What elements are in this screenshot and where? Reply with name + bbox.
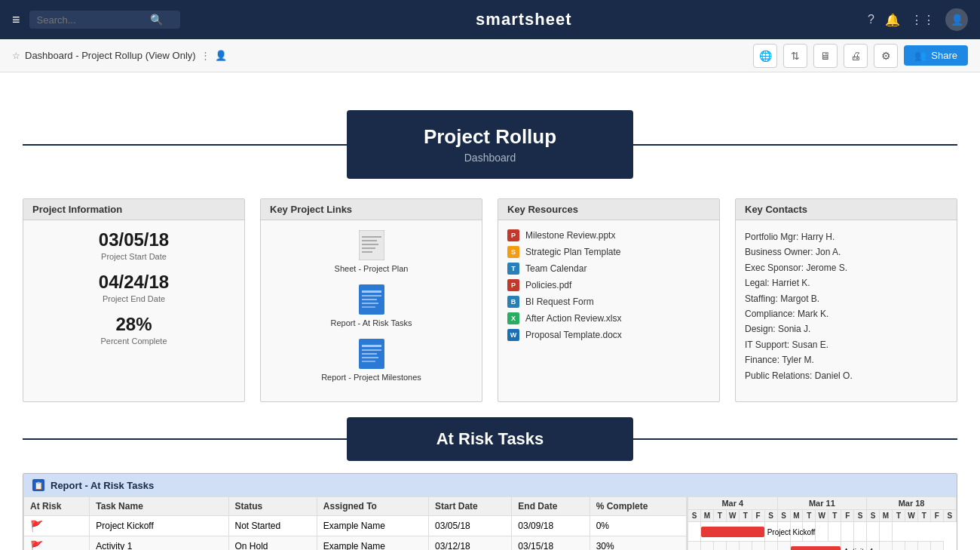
gantt-day-w1: W (726, 510, 739, 522)
hero-banner: Project Rollup Dashboard (347, 110, 633, 179)
gantt-day-t1: T (713, 510, 726, 522)
percent-complete-item: 28% Percent Complete (32, 314, 235, 346)
link-sheet-project-plan[interactable]: Sheet - Project Plan (270, 229, 473, 273)
key-resources-body: P Milestone Review.pptx S Strategic Plan… (498, 220, 719, 355)
gantt-cell (764, 542, 777, 551)
hero-banner-center: Project Rollup Dashboard (347, 103, 633, 186)
assigned-to-cell: Example Name (317, 536, 428, 551)
top-navigation: ≡ 🔍 smartsheet ? 🔔 ⋮⋮ 👤 (0, 0, 980, 39)
gantt-cell (790, 522, 803, 542)
resource-proposal[interactable]: W Proposal Template.docx (507, 329, 710, 341)
app-name-regular: smart (476, 10, 525, 29)
search-bar[interactable]: 🔍 (29, 11, 180, 29)
gantt-cell (930, 542, 943, 551)
gantt-cell (688, 542, 701, 551)
at-risk-banner: At Risk Tasks (347, 417, 633, 461)
gantt-cell (867, 522, 880, 542)
link-label-sheet: Sheet - Project Plan (335, 264, 409, 273)
share-icon: 👥 (914, 50, 926, 61)
gantt-bar-cell-activity1: Activity 1 (790, 542, 841, 551)
project-information-card: Project Information 03/05/18 Project Sta… (23, 198, 245, 402)
app-logo: smartsheet (180, 10, 868, 29)
key-contacts-body: Portfolio Mgr: Harry H. Business Owner: … (736, 220, 957, 392)
resource-after-action[interactable]: X After Action Review.xlsx (507, 312, 710, 324)
apps-grid-icon[interactable]: ⋮⋮ (911, 13, 935, 27)
resource-label-milestone: Milestone Review.pptx (525, 230, 615, 241)
key-contacts-header: Key Contacts (736, 199, 957, 220)
resource-calendar[interactable]: T Team Calendar (507, 263, 710, 275)
gantt-day-sa1: S (764, 510, 777, 522)
notifications-icon[interactable]: 🔔 (885, 13, 900, 27)
risk-flag-icon: 🚩 (30, 520, 43, 532)
settings-button[interactable]: ⚙ (874, 44, 898, 68)
resource-strategic[interactable]: S Strategic Plan Template (507, 246, 710, 258)
key-resources-header: Key Resources (498, 199, 719, 220)
print-button[interactable]: 🖨 (844, 44, 868, 68)
resource-policies[interactable]: P Policies.pdf (507, 279, 710, 291)
gantt-cell (893, 542, 905, 551)
resource-bi[interactable]: B BI Request Form (507, 296, 710, 308)
search-input[interactable] (37, 14, 150, 26)
resource-label-strategic: Strategic Plan Template (525, 247, 621, 257)
svg-rect-9 (362, 299, 377, 300)
end-date-value: 04/24/18 (32, 272, 235, 293)
at-risk-right-line (633, 438, 957, 440)
gantt-row-2: Activity 1 (688, 542, 957, 551)
globe-button[interactable]: 🌐 (753, 44, 777, 68)
status-cell: Not Started (228, 516, 317, 536)
key-links-header: Key Project Links (261, 199, 482, 220)
share-button[interactable]: 👥 Share (904, 45, 968, 66)
report-title: Report - At Risk Tasks (51, 480, 154, 491)
share-person-icon[interactable]: 👤 (215, 50, 227, 61)
hamburger-menu[interactable]: ≡ (12, 12, 20, 28)
gantt-day-t2: T (803, 510, 816, 522)
help-icon[interactable]: ? (868, 13, 874, 26)
gantt-cell (688, 522, 701, 542)
gantt-week-mar4: Mar 4 (688, 497, 778, 510)
sheet-icon (358, 229, 385, 261)
report-header: 📋 Report - At Risk Tasks (23, 474, 957, 496)
key-contacts-card: Key Contacts Portfolio Mgr: Harry H. Bus… (735, 198, 957, 402)
link-report-at-risk[interactable]: Report - At Risk Tasks (270, 284, 473, 327)
hero-title: Project Rollup (377, 125, 603, 149)
at-risk-left-line (23, 438, 347, 440)
gantt-cell (905, 542, 917, 551)
share-label: Share (931, 50, 957, 61)
percent-label: Percent Complete (32, 336, 235, 346)
present-button[interactable]: 🖥 (813, 44, 838, 68)
end-date-cell: 03/09/18 (512, 516, 590, 536)
svg-rect-16 (362, 357, 378, 358)
link-report-milestones[interactable]: Report - Project Milestones (270, 338, 473, 382)
more-options-icon[interactable]: ⋮ (201, 50, 210, 61)
table-row: 🚩 Activity 1 On Hold Example Name 03/12/… (24, 536, 687, 551)
start-date-label: Project Start Date (32, 252, 235, 261)
svg-rect-7 (362, 290, 381, 293)
table-row: 🚩 Project Kickoff Not Started Example Na… (24, 516, 687, 536)
gantt-day-m3: M (880, 510, 893, 522)
gantt-day-th2: T (828, 510, 841, 522)
col-header-pct-complete: % Complete (590, 497, 686, 516)
contact-pr: Public Relations: Daniel O. (745, 368, 948, 383)
user-avatar[interactable]: 👤 (945, 8, 968, 31)
hero-banner-row: Project Rollup Dashboard (23, 103, 957, 186)
gantt-cell (854, 542, 867, 551)
pct-cell: 0% (590, 516, 686, 536)
project-info-body: 03/05/18 Project Start Date 04/24/18 Pro… (23, 220, 244, 365)
gantt-table: Mar 4 Mar 11 Mar 18 S M T W T F S (688, 496, 957, 550)
task-table: At Risk Task Name Status Assigned To Sta… (23, 496, 687, 550)
gantt-week-mar18: Mar 18 (867, 497, 957, 510)
gantt-day-m1: M (700, 510, 713, 522)
filter-button[interactable]: ⇅ (783, 44, 807, 68)
gantt-week-mar11: Mar 11 (777, 497, 867, 510)
link-label-report-at-risk: Report - At Risk Tasks (331, 318, 412, 327)
gantt-cell (880, 522, 893, 542)
gantt-row-1: Project Kickoff (688, 522, 957, 542)
svg-rect-5 (362, 251, 372, 253)
gantt-cell (713, 542, 726, 551)
toolbar: ☆ Dashboard - Project Rollup (View Only)… (0, 39, 980, 72)
resource-milestone[interactable]: P Milestone Review.pptx (507, 229, 710, 241)
key-resources-card: Key Resources P Milestone Review.pptx S … (498, 198, 720, 402)
start-date-item: 03/05/18 Project Start Date (32, 229, 235, 261)
gantt-day-t3: T (893, 510, 905, 522)
report-section: 📋 Report - At Risk Tasks At Risk Task Na… (23, 473, 957, 550)
